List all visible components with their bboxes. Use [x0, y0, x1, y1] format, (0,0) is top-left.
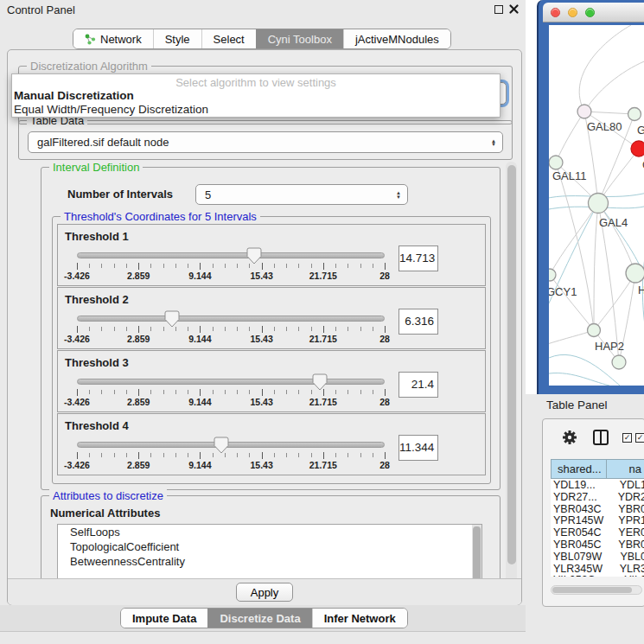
- table-row[interactable]: YBL079WYBL0: [551, 551, 644, 563]
- tab-network[interactable]: Network: [73, 29, 153, 48]
- network-node[interactable]: [549, 156, 563, 169]
- table-row[interactable]: YIL052CYIL0: [551, 574, 644, 577]
- table-row[interactable]: YPR145WYPR1: [551, 514, 644, 526]
- panel-vertical-scrollbar[interactable]: [506, 162, 517, 594]
- tab-cyni-toolbox[interactable]: Cyni Toolbox: [256, 29, 343, 48]
- threshold-label: Threshold 4: [58, 414, 485, 432]
- slider-minor-ticks: [77, 264, 386, 268]
- slider-minor-ticks: [77, 453, 386, 457]
- tick-label: 28: [379, 460, 390, 470]
- threshold-slider[interactable]: -3.4262.8599.14415.4321.71528: [77, 309, 385, 347]
- table-row[interactable]: YDR27...YDR2: [551, 491, 644, 503]
- threshold-value-field[interactable]: 6.316: [399, 309, 438, 335]
- column-header-shared-name[interactable]: shared...: [551, 459, 607, 479]
- zoom-traffic-light-icon[interactable]: [585, 8, 595, 17]
- slider-major-tick: [77, 452, 78, 459]
- table-row[interactable]: YER054CYER0: [551, 526, 644, 539]
- minimize-traffic-light-icon[interactable]: [568, 8, 577, 17]
- network-canvas[interactable]: GAL80GACGAL11GAL4GCY1HHAP2: [549, 25, 644, 386]
- interval-definition-group: Interval Definition Number of Intervals …: [41, 167, 501, 490]
- cyni-toolbox-panel: Discretization Algorithm ▲▼ Select algor…: [7, 49, 522, 605]
- tick-label: 28: [379, 334, 390, 344]
- threshold-box-3: Threshold 3-3.4262.8599.14415.4321.71528…: [57, 350, 486, 412]
- slider-handle[interactable]: [164, 310, 180, 328]
- number-of-intervals-label: Number of Intervals: [67, 188, 173, 201]
- network-icon: [85, 34, 96, 45]
- close-icon[interactable]: [509, 4, 519, 14]
- slider-track[interactable]: [77, 442, 385, 448]
- slider-minor-ticks: [77, 390, 386, 394]
- split-columns-icon[interactable]: [593, 430, 609, 445]
- tab-jactivemnodules[interactable]: jActiveMNodules: [343, 29, 450, 48]
- network-node[interactable]: [549, 269, 556, 281]
- attribute-list-item[interactable]: TopologicalCoefficient: [58, 539, 481, 554]
- slider-major-tick: [323, 326, 324, 333]
- threshold-sliders: Threshold 1-3.4262.8599.14415.4321.71528…: [57, 224, 486, 476]
- scrollbar-thumb[interactable]: [552, 587, 632, 593]
- network-window-titlebar[interactable]: [543, 3, 644, 22]
- slider-track[interactable]: [77, 316, 385, 322]
- threshold-label: Threshold 2: [58, 288, 485, 306]
- apply-strip: Apply: [8, 578, 521, 605]
- restore-icon[interactable]: [494, 5, 503, 14]
- threshold-slider[interactable]: -3.4262.8599.14415.4321.71528: [77, 435, 385, 473]
- tab-select[interactable]: Select: [201, 29, 256, 48]
- number-of-intervals-combobox[interactable]: 5 ▲▼: [195, 184, 408, 205]
- slider-major-tick: [323, 452, 324, 459]
- popup-option-manual[interactable]: Manual Discretization: [12, 89, 500, 103]
- column-header-name[interactable]: na: [607, 459, 644, 479]
- slider-major-tick: [262, 326, 263, 333]
- checkbox-icon[interactable]: ✓: [622, 433, 632, 443]
- threshold-value-field[interactable]: 21.4: [399, 372, 438, 398]
- network-nodes[interactable]: GAL80GACGAL11GAL4GCY1HHAP2: [549, 105, 644, 369]
- checkbox-icon[interactable]: ✓: [635, 433, 644, 443]
- threshold-box-4: Threshold 4-3.4262.8599.14415.4321.71528…: [57, 413, 486, 475]
- table-row[interactable]: YDL19...YDL1: [551, 479, 644, 491]
- network-node[interactable]: [612, 355, 626, 369]
- network-node[interactable]: [628, 108, 641, 121]
- network-node[interactable]: [631, 141, 644, 156]
- threshold-slider[interactable]: -3.4262.8599.14415.4321.71528: [77, 245, 385, 284]
- threshold-slider[interactable]: -3.4262.8599.14415.4321.71528: [77, 372, 385, 410]
- scrollbar-thumb[interactable]: [507, 165, 516, 564]
- slider-handle[interactable]: [312, 373, 328, 391]
- table-data-combobox[interactable]: galFiltered.sif default node ▲▼: [28, 131, 503, 153]
- bottom-tab-strip: Impute Data Discretize Data Infer Networ…: [120, 608, 408, 628]
- tab-style[interactable]: Style: [153, 29, 201, 48]
- apply-button[interactable]: Apply: [236, 583, 293, 602]
- threshold-value-field[interactable]: 14.713: [399, 245, 438, 271]
- threshold-value-field[interactable]: 11.344: [399, 435, 438, 461]
- table-row[interactable]: YBR045CYBR0: [551, 539, 644, 551]
- tick-label: -3.426: [64, 397, 90, 407]
- table-row[interactable]: YLR345WYLR3: [551, 563, 644, 575]
- popup-option-equal-width[interactable]: Equal Width/Frequency Discretization: [12, 103, 500, 117]
- slider-major-tick: [200, 389, 201, 396]
- table-toolbar: ✓ ✓: [543, 419, 644, 456]
- slider-major-tick: [200, 263, 201, 270]
- tab-discretize-data[interactable]: Discretize Data: [207, 609, 311, 628]
- slider-track[interactable]: [77, 379, 385, 385]
- slider-handle[interactable]: [214, 437, 229, 454]
- tab-impute-data[interactable]: Impute Data: [121, 609, 207, 628]
- network-node[interactable]: [577, 105, 591, 118]
- slider-track[interactable]: [77, 252, 385, 258]
- tab-infer-network[interactable]: Infer Network: [312, 609, 407, 628]
- table-row[interactable]: YBR043CYBR0: [551, 503, 644, 515]
- slider-handle[interactable]: [246, 247, 262, 265]
- tick-label: 21.715: [309, 271, 337, 281]
- node-label: GAL4: [599, 216, 628, 229]
- slider-major-tick: [262, 389, 263, 396]
- network-node[interactable]: [588, 324, 601, 337]
- network-node[interactable]: [589, 194, 609, 214]
- tick-label: 2.859: [127, 334, 150, 344]
- table-horizontal-scrollbar[interactable]: [551, 585, 642, 595]
- network-node[interactable]: [626, 264, 644, 283]
- node-label: GAL80: [587, 120, 622, 133]
- slider-major-tick: [77, 326, 78, 333]
- close-traffic-light-icon[interactable]: [551, 8, 560, 17]
- attribute-list-item[interactable]: BetweennessCentrality: [58, 554, 481, 569]
- attribute-list-item[interactable]: SelfLoops: [58, 525, 481, 539]
- gear-icon[interactable]: [562, 430, 577, 445]
- tick-label: 21.715: [309, 397, 337, 407]
- slider-major-tick: [77, 263, 78, 270]
